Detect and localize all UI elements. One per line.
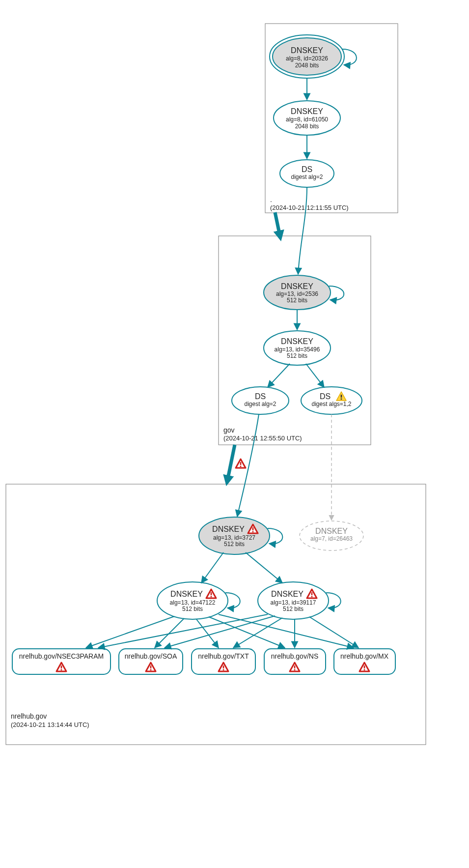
zone-root-name: . <box>270 196 272 203</box>
edge-govzsk-ds1 <box>268 364 290 387</box>
edge-rootds-govksk <box>298 187 307 274</box>
edge-root-to-gov-zone <box>275 212 280 236</box>
gov-zsk-l2: 512 bits <box>287 352 307 359</box>
root-zsk-l1: alg=8, id=61050 <box>286 116 328 123</box>
rrset-mx[interactable]: nrelhub.gov/MX <box>334 649 395 674</box>
gov-ksk-l2: 512 bits <box>287 297 307 304</box>
self-loop-gov-ksk <box>329 286 344 300</box>
gov-ds1-l1: digest alg=2 <box>244 401 276 407</box>
root-zsk-l2: 2048 bits <box>295 123 319 130</box>
edge-govzsk-ds2 <box>306 364 324 387</box>
nrel-ksk-l2: 512 bits <box>224 541 245 548</box>
rrset-soa[interactable]: nrelhub.gov/SOA <box>119 649 183 674</box>
root-ksk-l2: 2048 bits <box>295 62 319 69</box>
root-ds-title: DS <box>302 165 312 174</box>
nrel-zsk1-l1: alg=13, id=47122 <box>170 599 216 606</box>
root-ds-l1: digest alg=2 <box>291 174 323 180</box>
rr-soa-label: nrelhub.gov/SOA <box>125 652 177 660</box>
gov-ksk-title: DNSKEY <box>281 282 313 290</box>
nrel-zsk1-l2: 512 bits <box>182 606 203 612</box>
gov-zsk-l1: alg=13, id=35496 <box>275 346 320 353</box>
zone-root-ts: (2024-10-21 12:11:55 UTC) <box>270 204 349 211</box>
gov-ds2-l1: digest algs=1,2 <box>311 401 351 407</box>
edge-nrelksk-zsk1 <box>201 552 223 583</box>
zone-gov-ts: (2024-10-21 12:55:50 UTC) <box>223 434 302 442</box>
nrel-ksk-title: DNSKEY <box>212 525 245 533</box>
gov-ds1-title: DS <box>255 392 266 401</box>
nrel-zsk2-title: DNSKEY <box>271 590 303 598</box>
root-zsk-title: DNSKEY <box>291 107 323 116</box>
gov-zsk-title: DNSKEY <box>281 337 313 346</box>
nrel-ksk-l1: alg=13, id=3727 <box>213 534 255 541</box>
nrel-extra-title: DNSKEY <box>315 527 348 535</box>
rr-ns-label: nrelhub.gov/NS <box>271 652 319 660</box>
root-ksk-l1: alg=8, id=20326 <box>286 55 328 62</box>
zone-nrelhub-ts: (2024-10-21 13:14:44 UTC) <box>11 721 89 728</box>
nrel-zsk2-l2: 512 bits <box>283 606 303 612</box>
rrset-ns[interactable]: nrelhub.gov/NS <box>264 649 326 674</box>
zone-gov-name: gov <box>223 426 235 434</box>
root-ksk-title: DNSKEY <box>291 46 323 55</box>
edge-zsk1-nsec3 <box>86 616 174 648</box>
zone-nrelhub-name: nrelhub.gov <box>11 712 47 720</box>
rr-nsec3-label: nrelhub.gov/NSEC3PARAM <box>19 652 104 660</box>
rrset-nsec3param[interactable]: nrelhub.gov/NSEC3PARAM <box>12 649 110 674</box>
nrel-extra-l1: alg=7, id=26463 <box>310 535 353 542</box>
nrel-zsk1-title: DNSKEY <box>170 590 203 598</box>
edge-nrelksk-zsk2 <box>246 552 282 583</box>
gov-ksk-l1: alg=13, id=2536 <box>276 290 318 297</box>
error-icon <box>236 459 246 468</box>
rrset-txt[interactable]: nrelhub.gov/TXT <box>192 649 255 674</box>
gov-ds2-title: DS <box>320 392 331 401</box>
rr-mx-label: nrelhub.gov/MX <box>340 652 389 660</box>
rr-txt-label: nrelhub.gov/TXT <box>198 652 249 660</box>
nrel-zsk2-l1: alg=13, id=39117 <box>271 599 316 606</box>
edge-gov-to-nrel-zone <box>227 445 235 481</box>
